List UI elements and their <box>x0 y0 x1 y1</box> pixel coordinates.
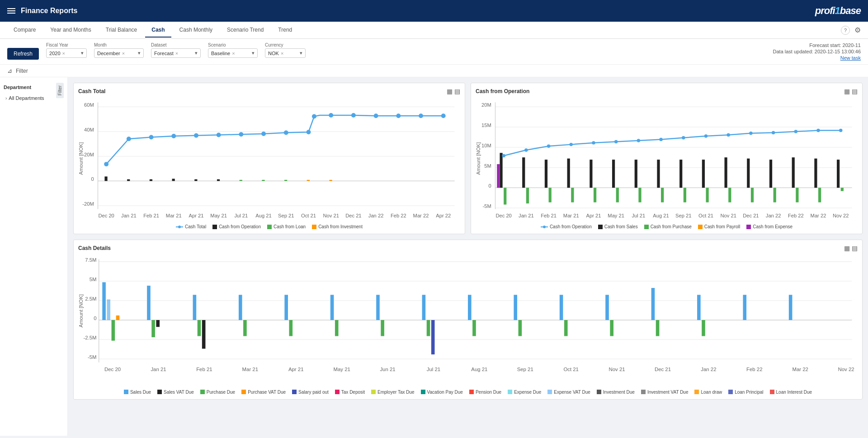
svg-point-40 <box>261 132 266 136</box>
grid-view-icon-3[interactable]: ▤ <box>852 245 858 252</box>
svg-rect-173 <box>243 320 247 336</box>
svg-text:Amount [NOK]: Amount [NOK] <box>476 142 481 175</box>
data-updated: Data last updated: 2020-12-15 13:00:46 <box>773 49 861 54</box>
svg-point-45 <box>351 113 356 118</box>
svg-rect-179 <box>381 320 384 336</box>
svg-rect-84 <box>567 159 570 188</box>
tab-scenario-trend[interactable]: Scenario Trend <box>221 23 270 38</box>
svg-point-120 <box>637 139 640 142</box>
svg-rect-183 <box>468 295 472 320</box>
sidebar-item-label: All Departments <box>9 95 44 101</box>
svg-text:-2.5M: -2.5M <box>83 335 96 341</box>
svg-rect-103 <box>638 188 641 202</box>
svg-text:Nov 21: Nov 21 <box>323 213 339 218</box>
month-clear[interactable]: × <box>122 51 125 56</box>
scenario-select[interactable]: Baseline × ▾ <box>208 48 258 58</box>
svg-point-124 <box>726 133 730 137</box>
legend-expense-due: Expense Due <box>508 390 541 395</box>
currency-arrow: ▾ <box>300 50 302 56</box>
table-view-icon[interactable]: ▦ <box>447 88 453 95</box>
legend-op-line: Cash from Operation <box>541 224 592 229</box>
header: Finance Reports profi1base <box>0 0 868 22</box>
svg-text:Apr 21: Apr 21 <box>189 213 203 218</box>
tab-trend[interactable]: Trend <box>272 23 298 38</box>
svg-text:Mar 21: Mar 21 <box>166 213 182 218</box>
svg-point-42 <box>307 130 311 134</box>
svg-point-41 <box>284 131 288 135</box>
fiscal-year-clear[interactable]: × <box>62 51 65 56</box>
legend-cash-investment-label: Cash from Investment <box>318 224 363 229</box>
new-task-link[interactable]: New task <box>840 55 861 61</box>
settings-button[interactable]: ⚙ <box>854 26 861 34</box>
svg-text:Aug 21: Aug 21 <box>471 367 487 372</box>
y-label-40m: 40M <box>84 127 94 132</box>
svg-text:Oct 21: Oct 21 <box>301 213 316 218</box>
scenario-label: Scenario <box>208 42 258 47</box>
svg-point-114 <box>502 154 505 157</box>
svg-rect-29 <box>262 180 264 181</box>
legend-op-expense: Cash from Expense <box>746 224 793 229</box>
scenario-value: Baseline <box>211 51 230 56</box>
svg-point-33 <box>104 162 108 166</box>
header-left: Finance Reports <box>7 7 77 15</box>
chart-details-icons: ▦ ▤ <box>844 245 858 252</box>
tab-year-months[interactable]: Year and Months <box>44 23 97 38</box>
dataset-clear[interactable]: × <box>175 51 178 56</box>
cash-total-panel: Cash Total ▦ ▤ 60M 40M 20M 0 -20M <box>73 83 465 234</box>
svg-text:Mar 22: Mar 22 <box>792 367 808 372</box>
tab-cash-monthly[interactable]: Cash Monthly <box>173 23 219 38</box>
tab-trial-balance[interactable]: Trial Balance <box>99 23 144 38</box>
scenario-clear[interactable]: × <box>232 51 235 56</box>
svg-text:Jun 21: Jun 21 <box>380 367 395 372</box>
sidebar-filter-tab[interactable]: Filter <box>56 83 64 98</box>
legend-pension: Pension Due <box>469 390 501 395</box>
legend-expense-vat: Expense VAT Due <box>547 390 590 395</box>
chart-operation-icons: ▦ ▤ <box>844 88 858 95</box>
y-label-0: 0 <box>91 176 94 182</box>
legend-investment-vat: Investment VAT Due <box>641 390 689 395</box>
svg-rect-182 <box>431 320 435 354</box>
currency-clear[interactable]: × <box>281 51 283 56</box>
svg-point-118 <box>592 141 595 144</box>
svg-rect-96 <box>837 160 840 188</box>
tab-compare[interactable]: Compare <box>7 23 42 38</box>
svg-rect-30 <box>284 180 287 181</box>
sidebar-item-all-departments[interactable]: › All Departments <box>4 94 54 103</box>
svg-rect-106 <box>706 188 708 202</box>
cash-total-title: Cash Total <box>78 88 105 94</box>
svg-point-128 <box>816 129 820 132</box>
cash-total-line <box>106 115 443 164</box>
month-select[interactable]: December × ▾ <box>94 48 144 58</box>
svg-rect-28 <box>240 180 242 181</box>
table-view-icon-2[interactable]: ▦ <box>844 88 850 95</box>
legend-op-purchase: Cash from Purchase <box>644 224 692 229</box>
hamburger-menu[interactable] <box>7 8 15 14</box>
scenario-filter: Scenario Baseline × ▾ <box>208 42 258 58</box>
help-button[interactable]: ? <box>841 26 850 35</box>
svg-rect-187 <box>560 295 563 320</box>
filter-label[interactable]: Filter <box>16 68 28 74</box>
chart-total-icons: ▦ ▤ <box>447 88 460 95</box>
cash-total-header: Cash Total ▦ ▤ <box>78 88 460 95</box>
svg-rect-186 <box>519 320 522 336</box>
tab-cash[interactable]: Cash <box>145 23 171 38</box>
svg-text:Nov 22: Nov 22 <box>838 367 854 372</box>
table-view-icon-3[interactable]: ▦ <box>844 245 850 252</box>
legend-op-payroll: Cash from Payroll <box>698 224 740 229</box>
svg-text:Amount [NOK]: Amount [NOK] <box>78 294 84 327</box>
svg-point-36 <box>171 134 176 138</box>
svg-text:Jan 22: Jan 22 <box>368 213 384 218</box>
fiscal-year-select[interactable]: 2020 × ▾ <box>46 48 87 58</box>
svg-text:Feb 21: Feb 21 <box>196 367 212 372</box>
svg-text:7.5M: 7.5M <box>85 257 96 263</box>
svg-text:0: 0 <box>94 316 96 321</box>
svg-point-115 <box>524 148 528 151</box>
grid-view-icon[interactable]: ▤ <box>454 88 460 95</box>
refresh-button[interactable]: Refresh <box>7 48 39 60</box>
svg-rect-195 <box>743 295 746 320</box>
dataset-select[interactable]: Forecast × ▾ <box>151 48 201 58</box>
currency-select[interactable]: NOK × ▾ <box>265 48 306 58</box>
svg-text:5M: 5M <box>484 163 491 169</box>
currency-label: Currency <box>265 42 306 47</box>
grid-view-icon-2[interactable]: ▤ <box>852 88 858 95</box>
